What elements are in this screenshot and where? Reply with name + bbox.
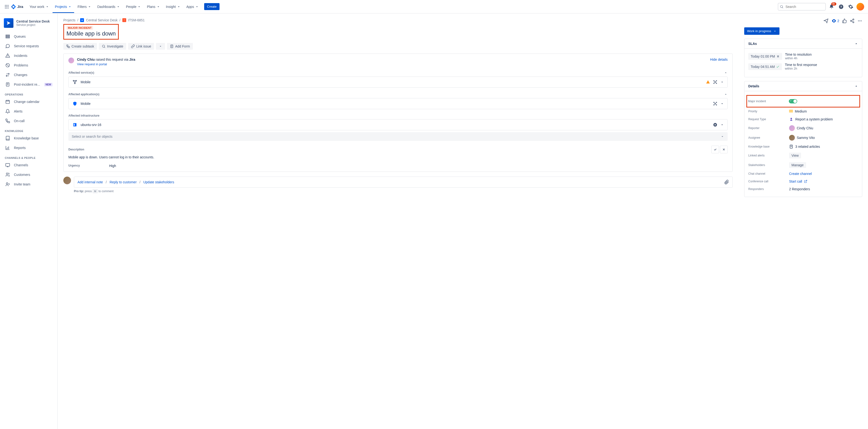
remove-icon[interactable] <box>713 123 717 127</box>
sidebar-item-service-requests[interactable]: Service requests <box>2 41 55 51</box>
collapse-icon[interactable] <box>724 71 727 74</box>
responders-value[interactable]: 2 Responders <box>789 187 810 191</box>
svg-rect-17 <box>6 100 9 103</box>
status-button[interactable]: Work in progress <box>744 27 779 35</box>
jira-logo[interactable]: Jira <box>10 4 23 9</box>
nav-filters[interactable]: Filters <box>75 3 94 10</box>
major-incident-toggle[interactable] <box>789 99 797 103</box>
start-call-link[interactable]: Start call <box>789 180 807 183</box>
svg-rect-22 <box>68 47 69 48</box>
nav-insight[interactable]: Insight <box>164 3 183 10</box>
manage-stakeholders-button[interactable]: Manage <box>789 162 806 168</box>
app-value: Mobile <box>81 102 90 105</box>
chevron-down-icon[interactable] <box>720 102 724 105</box>
confirm-button[interactable] <box>711 146 719 153</box>
investigate-button[interactable]: Investigate <box>99 43 126 50</box>
create-subtask-button[interactable]: Create subtask <box>63 43 97 50</box>
affected-service-field[interactable]: Mobile <box>68 76 727 88</box>
help-icon[interactable]: ? <box>837 3 845 10</box>
share-icon[interactable] <box>850 18 855 24</box>
sidebar-item-on-call[interactable]: On-call <box>2 116 55 126</box>
add-form-button[interactable]: Add Form <box>167 43 193 50</box>
urgency-value[interactable]: High <box>109 164 116 168</box>
sidebar-item-invite-team[interactable]: Invite team <box>2 180 55 189</box>
collapse-icon[interactable] <box>724 92 727 96</box>
issue-title[interactable]: Mobile app is down <box>66 30 116 37</box>
affected-app-field[interactable]: Mobile <box>68 98 727 109</box>
priority-value[interactable]: Medium <box>789 110 807 113</box>
link-issue-button[interactable]: Link issue <box>128 43 154 50</box>
app-switcher-icon[interactable] <box>4 4 9 9</box>
create-button[interactable]: Create <box>204 3 219 10</box>
notifications-icon[interactable]: 9+ <box>828 3 835 10</box>
nav-your-work[interactable]: Your work <box>27 3 52 10</box>
create-channel-link[interactable]: Create channel <box>789 172 812 176</box>
more-icon[interactable] <box>858 18 862 24</box>
nav-projects[interactable]: Projects <box>53 0 74 13</box>
comment-box[interactable]: Add internal note / Reply to customer / … <box>74 177 733 188</box>
global-search[interactable] <box>778 3 826 10</box>
nav-people[interactable]: People <box>124 3 144 10</box>
sidebar-item-alerts[interactable]: Alerts <box>2 106 55 116</box>
server-icon <box>72 122 78 128</box>
view-request-link[interactable]: View request in portal <box>77 62 107 66</box>
add-internal-note-tab[interactable]: Add internal note <box>78 180 103 184</box>
issue-type-icon: ! <box>122 18 126 22</box>
breadcrumb-key[interactable]: ITSM-6851 <box>128 18 145 22</box>
chevron-down-icon[interactable] <box>720 123 724 127</box>
sla-resolution-label: Time to resolution <box>785 53 812 56</box>
infra-value: ubuntu-srv-16 <box>81 123 101 127</box>
attachment-icon[interactable] <box>724 180 729 185</box>
sidebar-item-post-incident[interactable]: Post-incident re...NEW <box>2 80 55 89</box>
sidebar-item-incidents[interactable]: Incidents <box>2 51 55 60</box>
profile-avatar[interactable] <box>857 3 864 10</box>
sidebar-item-customers[interactable]: Customers <box>2 170 55 180</box>
search-input[interactable] <box>778 3 826 10</box>
feedback-icon[interactable] <box>824 18 829 24</box>
svg-point-45 <box>859 21 860 21</box>
details-panel-header[interactable]: Details <box>744 81 862 91</box>
nav-apps[interactable]: Apps <box>184 3 201 10</box>
search-icon <box>780 5 783 9</box>
sidebar-item-queues[interactable]: Queues <box>2 32 55 41</box>
description-text[interactable]: Mobile app is down. Users cannot log in … <box>68 155 727 159</box>
reporter-value[interactable]: Cindy Chiu <box>789 125 813 131</box>
sidebar-item-problems[interactable]: Problems <box>2 60 55 70</box>
cancel-button[interactable] <box>720 146 727 153</box>
sidebar-item-knowledge-base[interactable]: Knowledge base <box>2 133 55 143</box>
link-issue-dropdown[interactable] <box>156 43 165 50</box>
update-stakeholders-tab[interactable]: Update stakeholders <box>143 180 174 184</box>
reply-customer-tab[interactable]: Reply to customer <box>110 180 137 184</box>
slas-panel-header[interactable]: SLAs <box>744 39 862 49</box>
priority-medium-icon <box>789 110 793 113</box>
like-icon[interactable] <box>842 18 847 24</box>
shield-icon <box>72 101 78 106</box>
chevron-down-icon[interactable] <box>720 80 724 84</box>
assignee-value[interactable]: Sammy Vito <box>789 135 815 141</box>
affected-infra-field[interactable]: ubuntu-srv-16 <box>68 119 727 130</box>
watchers-button[interactable]: 2 <box>832 18 839 24</box>
sla-response-sub: within 2h <box>785 67 817 70</box>
topology-icon[interactable] <box>713 101 717 106</box>
nav-dashboards[interactable]: Dashboards <box>95 3 123 10</box>
svg-rect-39 <box>74 124 74 126</box>
sidebar-item-reports[interactable]: Reports <box>2 143 55 153</box>
view-alerts-button[interactable]: View <box>789 153 801 158</box>
knowledge-base-value[interactable]: 3 related articles <box>789 145 820 149</box>
reporter-avatar <box>789 125 795 131</box>
hide-details-link[interactable]: Hide details <box>710 58 727 61</box>
sidebar-item-channels[interactable]: Channels <box>2 160 55 170</box>
breadcrumb-projects[interactable]: Projects <box>63 18 75 22</box>
breadcrumb: Projects / ✦ Central Service Desk / ! IT… <box>63 18 733 22</box>
topology-icon[interactable] <box>713 80 717 84</box>
svg-point-46 <box>861 21 862 21</box>
sidebar-item-change-calendar[interactable]: Change calendar <box>2 97 55 106</box>
priority-label: Priority <box>748 110 789 113</box>
object-search-field[interactable]: Select or search for objects <box>68 132 727 141</box>
request-type-value[interactable]: Report a system problem <box>789 117 833 121</box>
breadcrumb-project[interactable]: Central Service Desk <box>86 18 118 22</box>
settings-icon[interactable] <box>847 3 855 10</box>
nav-plans[interactable]: Plans <box>145 3 162 10</box>
project-header[interactable]: Central Service Desk Service project <box>2 17 55 32</box>
sidebar-item-changes[interactable]: Changes <box>2 70 55 80</box>
